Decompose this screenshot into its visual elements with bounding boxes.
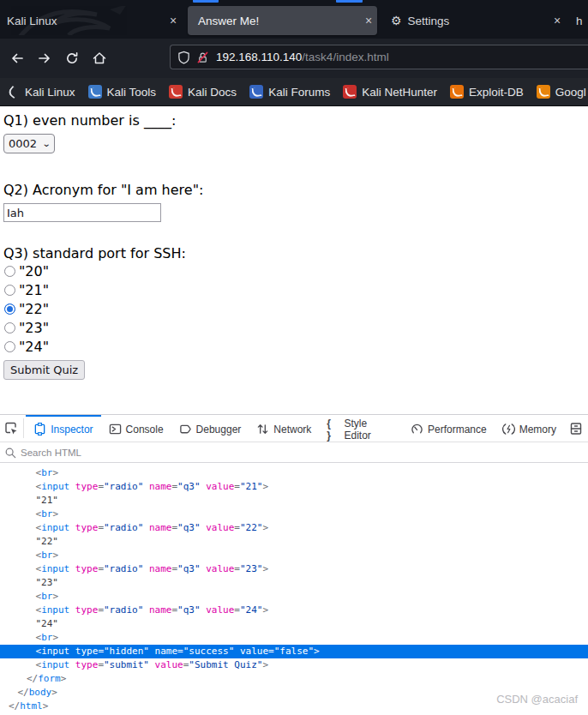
markup-line[interactable]: "23" — [0, 576, 588, 590]
markup-line[interactable]: "22" — [0, 535, 588, 549]
back-icon — [10, 51, 24, 65]
radio-button[interactable] — [4, 285, 15, 296]
kali-forums-icon — [249, 85, 263, 99]
devtools-search-row — [0, 442, 588, 463]
memory-icon — [502, 423, 515, 436]
search-html-input[interactable] — [21, 448, 535, 458]
markup-line[interactable]: <br> — [0, 466, 588, 480]
storage-icon — [569, 422, 583, 436]
tab-inspector[interactable]: Inspector — [26, 415, 100, 442]
tab-label: Network — [273, 424, 311, 436]
url-text: 192.168.110.140/task4/index.html — [216, 51, 389, 63]
close-icon[interactable]: × — [549, 14, 566, 27]
submit-quiz-button[interactable]: Submit Quiz — [3, 360, 85, 380]
radio-button[interactable] — [4, 341, 15, 352]
bookmark-item[interactable]: Exploit-DB — [450, 85, 524, 99]
q2-text-input[interactable]: Iah — [3, 203, 161, 222]
pick-element-icon — [4, 422, 18, 436]
console-icon — [109, 423, 122, 436]
tab-kali-linux[interactable]: Kali Linux × — [0, 6, 182, 35]
reload-button[interactable] — [61, 47, 83, 69]
devtools-panel: Inspector Console Debugger Network { } S… — [0, 414, 588, 715]
radio-option-row: "22" — [4, 299, 588, 318]
tab-debugger[interactable]: Debugger — [171, 415, 249, 442]
pick-element-button[interactable] — [0, 415, 21, 442]
toolbar-separator — [23, 418, 24, 438]
tab-label: Performance — [428, 424, 487, 436]
markup-line[interactable]: <input type="radio" name="q3" value="22"… — [0, 521, 588, 535]
exploit-db-icon — [450, 85, 464, 99]
bookmark-label: Googl — [555, 86, 586, 99]
markup-line[interactable]: <br> — [0, 508, 588, 521]
markup-line[interactable]: <input type="radio" name="q3" value="21"… — [0, 480, 588, 494]
tab-answer-me[interactable]: Answer Me! × — [188, 6, 377, 35]
shield-icon — [177, 51, 190, 64]
tab-label: Memory — [519, 424, 556, 436]
q1-dropdown[interactable]: 0002 ⌄ — [3, 134, 55, 153]
tab-settings[interactable]: ⚙ Settings × — [384, 6, 566, 35]
markup-line[interactable]: <br> — [0, 631, 588, 645]
insecure-lock-icon — [196, 51, 209, 64]
watermark: CSDN @acaciaf — [496, 693, 578, 706]
style-editor-icon: { } — [327, 418, 339, 442]
markup-line[interactable]: <input type="radio" name="q3" value="24"… — [0, 604, 588, 617]
bookmark-label: Kali Docs — [188, 86, 237, 99]
markup-line[interactable]: <input type="submit" value="Submit Quiz"… — [0, 658, 588, 672]
tab-label: Inspector — [51, 424, 93, 436]
bookmark-item[interactable]: Kali Tools — [88, 85, 157, 99]
tab-label: Debugger — [196, 424, 242, 436]
url-host: 192.168.110.140 — [216, 51, 302, 63]
markup-line[interactable]: </form> — [0, 672, 588, 686]
tab-storage[interactable] — [564, 415, 588, 442]
markup-line[interactable]: <input type="hidden" name="success" valu… — [0, 645, 588, 658]
tab-label: Style Editor — [345, 418, 395, 442]
radio-button[interactable] — [4, 266, 15, 277]
bookmark-item[interactable]: Kali Docs — [169, 85, 237, 99]
close-icon[interactable]: × — [360, 14, 377, 27]
radio-option-label: "21" — [19, 282, 49, 298]
url-bar[interactable]: 192.168.110.140/task4/index.html — [170, 45, 588, 69]
radio-option-row: "24" — [4, 337, 588, 356]
devtools-toolbar: Inspector Console Debugger Network { } S… — [0, 415, 588, 442]
markup-line[interactable]: <input type="radio" name="q3" value="23"… — [0, 562, 588, 576]
bookmark-label: Exploit-DB — [469, 86, 524, 99]
tab-partial[interactable]: h — [571, 6, 588, 35]
tab-style-editor[interactable]: { } Style Editor — [319, 415, 403, 442]
tab-title: Answer Me! — [198, 15, 259, 27]
markup-line[interactable]: <br> — [0, 549, 588, 562]
radio-option-label: "24" — [19, 339, 49, 355]
bookmark-item[interactable]: Kali Forums — [249, 85, 330, 99]
markup-line[interactable]: "21" — [0, 494, 588, 508]
tab-strip: Kali Linux × Answer Me! × ⚙ Settings × h — [0, 0, 588, 39]
markup-line[interactable]: "24" — [0, 617, 588, 631]
tab-title: Kali Linux — [7, 15, 57, 27]
radio-button[interactable] — [4, 322, 15, 333]
close-icon[interactable]: × — [165, 14, 182, 27]
bookmark-item[interactable]: Googl — [537, 85, 586, 99]
search-icon — [4, 447, 16, 459]
q2-value: Iah — [7, 207, 24, 219]
bookmark-label: Kali Linux — [25, 86, 75, 99]
tab-performance[interactable]: Performance — [403, 415, 495, 442]
page-content: Q1) even number is ____: 0002 ⌄ Q2) Acro… — [0, 106, 588, 414]
performance-icon — [411, 423, 423, 436]
kali-dragon-icon — [6, 85, 20, 99]
radio-button[interactable] — [4, 303, 15, 315]
markup-line[interactable]: <br> — [0, 590, 588, 604]
kali-docs-icon — [169, 85, 183, 99]
bookmark-item[interactable]: Kali NetHunter — [343, 85, 437, 99]
tab-network[interactable]: Network — [249, 415, 319, 442]
q1-selected-value: 0002 — [9, 137, 37, 150]
tab-memory[interactable]: Memory — [495, 415, 564, 442]
back-button[interactable] — [6, 47, 28, 69]
radio-option-label: "23" — [19, 320, 49, 336]
forward-button[interactable] — [33, 47, 56, 69]
home-icon — [93, 51, 106, 65]
inspector-icon — [33, 423, 46, 436]
home-button[interactable] — [88, 47, 111, 69]
q1-label: Q1) even number is ____: — [3, 112, 588, 129]
tab-console[interactable]: Console — [101, 415, 171, 442]
bookmark-item[interactable]: Kali Linux — [6, 85, 75, 99]
radio-option-row: "23" — [4, 318, 588, 337]
url-path: /task4/index.html — [302, 51, 388, 63]
